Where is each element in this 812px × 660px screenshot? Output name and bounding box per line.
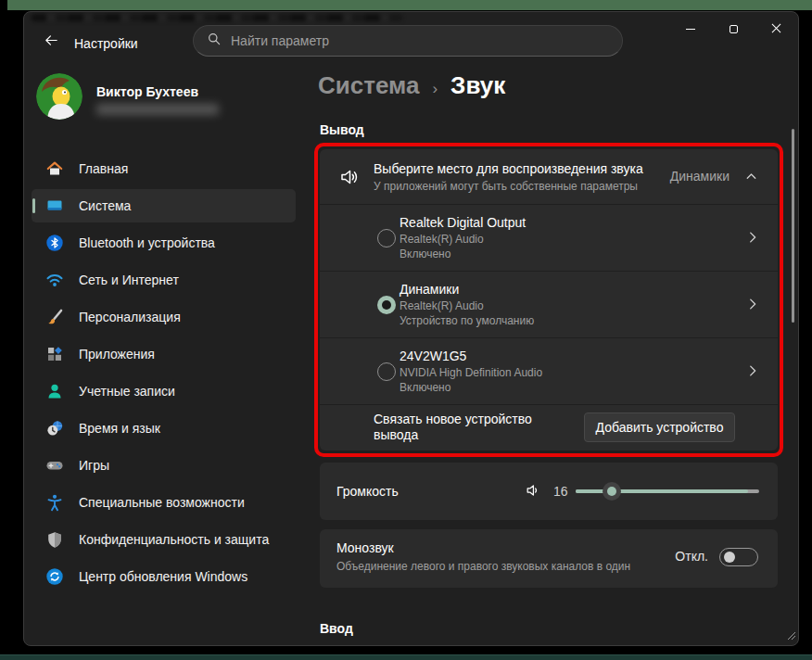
sidebar-item-apps[interactable]: Приложения bbox=[32, 337, 296, 371]
search-box[interactable] bbox=[193, 25, 623, 57]
chevron-right-icon[interactable] bbox=[744, 362, 761, 383]
window-resize-grip[interactable] bbox=[787, 628, 796, 644]
output-device-group: Выберите место для воспроизведения звука… bbox=[320, 149, 778, 451]
home-icon bbox=[44, 159, 65, 179]
picker-title: Выберите место для воспроизведения звука bbox=[374, 161, 643, 176]
sidebar-item-label: Учетные записи bbox=[79, 384, 175, 399]
search-input[interactable] bbox=[231, 33, 609, 48]
sidebar-item-label: Сеть и Интернет bbox=[79, 273, 179, 287]
sidebar-item-bluetooth[interactable]: Bluetooth и устройства bbox=[32, 226, 296, 260]
sidebar-item-games[interactable]: Игры bbox=[32, 449, 296, 482]
sidebar-item-personalization[interactable]: Персонализация bbox=[32, 300, 296, 334]
back-arrow-icon bbox=[44, 32, 59, 52]
mono-title: Монозвук bbox=[336, 540, 394, 555]
desktop-background-strip bbox=[7, 0, 812, 10]
breadcrumb: Система › Звук bbox=[318, 71, 505, 100]
sidebar-item-home[interactable]: Главная bbox=[32, 152, 296, 185]
speaker-icon bbox=[338, 166, 361, 192]
sidebar-item-label: Конфиденциальность и защита bbox=[79, 532, 269, 547]
chevron-up-icon[interactable] bbox=[743, 169, 759, 188]
taskbar-strip bbox=[0, 654, 812, 660]
sidebar-item-label: Приложения bbox=[79, 347, 155, 362]
device-name: Динамики bbox=[400, 282, 459, 297]
personalization-brush-icon bbox=[44, 307, 65, 327]
sidebar-item-accessibility[interactable]: Специальные возможности bbox=[32, 486, 296, 519]
volume-label: Громкость bbox=[336, 484, 399, 499]
breadcrumb-parent[interactable]: Система bbox=[318, 71, 419, 100]
games-gamepad-icon bbox=[44, 455, 65, 476]
volume-value: 16 bbox=[553, 484, 568, 499]
sidebar-item-time-language[interactable]: Время и язык bbox=[32, 412, 296, 445]
window-controls bbox=[669, 13, 797, 44]
maximize-icon bbox=[730, 25, 738, 33]
picker-selected-value[interactable]: Динамики bbox=[670, 169, 730, 184]
radio-selected[interactable] bbox=[377, 296, 396, 314]
back-button[interactable] bbox=[37, 28, 65, 56]
avatar[interactable] bbox=[36, 73, 82, 120]
network-wifi-icon bbox=[44, 270, 65, 290]
accounts-person-icon bbox=[44, 381, 65, 401]
output-section-label: Вывод bbox=[320, 122, 364, 137]
add-device-button[interactable]: Добавить устройство bbox=[584, 412, 735, 442]
radio-unselected[interactable] bbox=[377, 362, 396, 381]
device-status: Включено bbox=[400, 248, 450, 260]
sidebar-item-label: Bluetooth и устройства bbox=[79, 235, 215, 250]
toggle-knob bbox=[724, 552, 735, 563]
maximize-button[interactable] bbox=[712, 13, 755, 44]
time-language-icon bbox=[44, 418, 65, 438]
sidebar-item-accounts[interactable]: Учетные записи bbox=[32, 374, 296, 408]
device-row-dinamiki[interactable]: Динамики Realtek(R) Audio Устройство по … bbox=[320, 272, 778, 338]
chevron-right-icon[interactable] bbox=[744, 229, 761, 249]
system-icon bbox=[44, 196, 65, 216]
device-status: Включено bbox=[400, 381, 450, 394]
device-name: Realtek Digital Output bbox=[400, 215, 526, 230]
vertical-scrollbar-thumb[interactable] bbox=[792, 129, 794, 323]
app-title: Настройки bbox=[74, 36, 138, 51]
sidebar-item-label: Игры bbox=[79, 458, 109, 473]
device-driver: NVIDIA High Definition Audio bbox=[400, 366, 542, 379]
output-picker-header[interactable]: Выберите место для воспроизведения звука… bbox=[320, 149, 778, 205]
minimize-button[interactable] bbox=[669, 13, 712, 44]
search-icon bbox=[207, 32, 222, 50]
profile-name: Виктор Бухтеев bbox=[96, 84, 198, 99]
sidebar-item-label: Время и язык bbox=[79, 421, 160, 436]
mono-audio-card: Монозвук Объединение левого и правого зв… bbox=[320, 529, 778, 588]
volume-slider-thumb[interactable] bbox=[603, 482, 621, 501]
breadcrumb-separator: › bbox=[432, 80, 438, 98]
sidebar-item-system[interactable]: Система bbox=[32, 189, 296, 222]
device-status: Устройство по умолчанию bbox=[400, 314, 534, 327]
volume-slider[interactable] bbox=[576, 482, 759, 501]
mono-state-label: Откл. bbox=[675, 549, 708, 564]
volume-card: Громкость 16 bbox=[320, 463, 778, 520]
pair-device-label: Связать новое устройство вывода bbox=[374, 412, 550, 443]
device-row-realtek-digital[interactable]: Realtek Digital Output Realtek(R) Audio … bbox=[320, 205, 778, 272]
apps-icon bbox=[44, 344, 65, 364]
device-driver: Realtek(R) Audio bbox=[400, 299, 484, 312]
bluetooth-icon bbox=[44, 233, 65, 253]
sidebar-nav: Главная Система Bluetooth и устройства С… bbox=[32, 152, 296, 593]
blurred-browser-tabs bbox=[32, 14, 402, 21]
pair-device-row: Связать новое устройство вывода Добавить… bbox=[320, 405, 778, 451]
sidebar-item-label: Персонализация bbox=[79, 310, 181, 324]
sidebar-item-privacy[interactable]: Конфиденциальность и защита bbox=[32, 523, 296, 556]
mono-toggle[interactable] bbox=[719, 548, 758, 566]
windows-update-icon bbox=[44, 566, 65, 587]
accessibility-person-icon bbox=[44, 492, 65, 513]
sidebar-item-windows-update[interactable]: Центр обновления Windows bbox=[32, 560, 296, 593]
close-button[interactable] bbox=[755, 13, 797, 44]
radio-unselected[interactable] bbox=[377, 229, 396, 248]
sidebar-item-network[interactable]: Сеть и Интернет bbox=[32, 263, 296, 297]
sidebar-item-label: Система bbox=[79, 198, 131, 213]
close-icon bbox=[771, 20, 781, 37]
settings-window: Настройки Виктор Бухтеев bbox=[23, 11, 799, 646]
chevron-right-icon[interactable] bbox=[744, 296, 761, 316]
minimize-icon bbox=[686, 29, 695, 30]
input-section-label: Ввод bbox=[320, 621, 353, 636]
picker-subtitle: У приложений могут быть собственные пара… bbox=[374, 180, 638, 193]
sidebar-item-label: Центр обновления Windows bbox=[79, 569, 247, 584]
volume-speaker-icon[interactable] bbox=[524, 481, 542, 503]
device-row-24v2w1g5[interactable]: 24V2W1G5 NVIDIA High Definition Audio Вк… bbox=[320, 338, 778, 405]
device-driver: Realtek(R) Audio bbox=[400, 233, 484, 246]
mono-subtitle: Объединение левого и правого звуковых ка… bbox=[336, 560, 630, 573]
device-name: 24V2W1G5 bbox=[400, 349, 466, 363]
